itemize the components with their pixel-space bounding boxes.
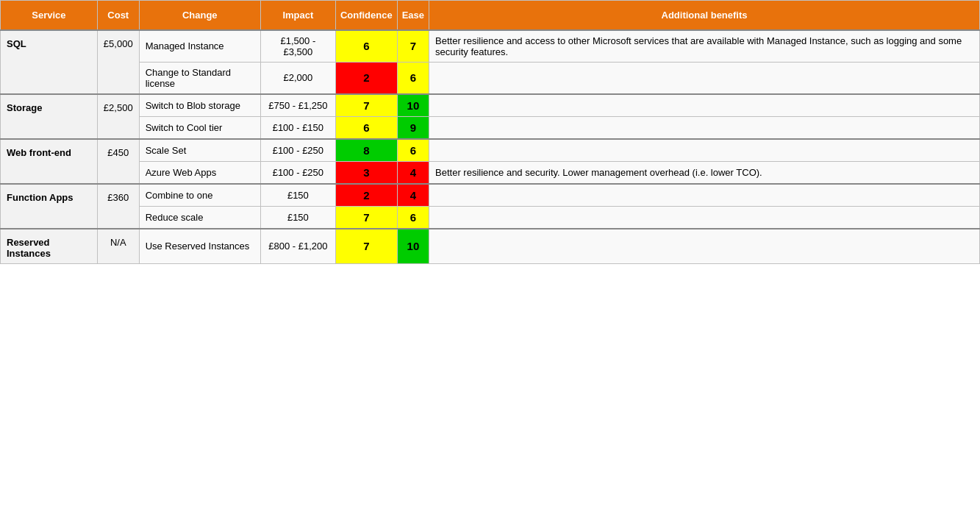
table-row: Web front-end£450Scale Set£100 - £25086 xyxy=(1,139,980,162)
table-row: Azure Web Apps£100 - £25034Better resili… xyxy=(1,161,980,184)
service-cell: Function Apps xyxy=(1,184,98,229)
ease-cell: 4 xyxy=(397,161,429,184)
table-row: Switch to Cool tier£100 - £15069 xyxy=(1,116,980,139)
additional-cell: Better resilience and security. Lower ma… xyxy=(429,161,980,184)
table-row: Function Apps£360Combine to one£15024 xyxy=(1,184,980,207)
change-cell: Use Reserved Instances xyxy=(139,229,260,264)
service-cell: SQL xyxy=(1,30,98,94)
ease-cell: 6 xyxy=(397,62,429,94)
table-row: Reserved InstancesN/AUse Reserved Instan… xyxy=(1,229,980,264)
change-cell: Switch to Blob storage xyxy=(139,94,260,117)
table-row: Reduce scale£15076 xyxy=(1,206,980,229)
additional-cell xyxy=(429,62,980,94)
confidence-cell: 8 xyxy=(335,139,397,162)
impact-cell: £1,500 - £3,500 xyxy=(260,30,335,63)
main-table: Service Cost Change Impact Confidence Ea… xyxy=(0,0,980,264)
additional-cell xyxy=(429,116,980,139)
header-ease: Ease xyxy=(397,1,429,30)
impact-cell: £100 - £150 xyxy=(260,116,335,139)
table-row: SQL£5,000Managed Instance£1,500 - £3,500… xyxy=(1,30,980,63)
change-cell: Scale Set xyxy=(139,139,260,162)
ease-cell: 6 xyxy=(397,206,429,229)
cost-cell: £5,000 xyxy=(97,30,139,94)
impact-cell: £100 - £250 xyxy=(260,139,335,162)
service-cell: Reserved Instances xyxy=(1,229,98,264)
change-cell: Switch to Cool tier xyxy=(139,116,260,139)
cost-cell: £360 xyxy=(97,184,139,229)
confidence-cell: 6 xyxy=(335,116,397,139)
ease-cell: 7 xyxy=(397,30,429,63)
cost-cell: N/A xyxy=(97,229,139,264)
change-cell: Reduce scale xyxy=(139,206,260,229)
confidence-cell: 2 xyxy=(335,184,397,207)
confidence-cell: 7 xyxy=(335,206,397,229)
cost-cell: £2,500 xyxy=(97,94,139,139)
additional-cell xyxy=(429,229,980,264)
table-row: Storage£2,500Switch to Blob storage£750 … xyxy=(1,94,980,117)
header-cost: Cost xyxy=(97,1,139,30)
change-cell: Azure Web Apps xyxy=(139,161,260,184)
additional-cell xyxy=(429,139,980,162)
confidence-cell: 2 xyxy=(335,62,397,94)
header-impact: Impact xyxy=(260,1,335,30)
impact-cell: £100 - £250 xyxy=(260,161,335,184)
impact-cell: £150 xyxy=(260,206,335,229)
confidence-cell: 3 xyxy=(335,161,397,184)
confidence-cell: 7 xyxy=(335,229,397,264)
table-header: Service Cost Change Impact Confidence Ea… xyxy=(1,1,980,30)
impact-cell: £750 - £1,250 xyxy=(260,94,335,117)
change-cell: Managed Instance xyxy=(139,30,260,63)
header-change: Change xyxy=(139,1,260,30)
impact-cell: £800 - £1,200 xyxy=(260,229,335,264)
additional-cell: Better resilience and access to other Mi… xyxy=(429,30,980,63)
additional-cell xyxy=(429,94,980,117)
change-cell: Change to Standard license xyxy=(139,62,260,94)
header-additional: Additional benefits xyxy=(429,1,980,30)
ease-cell: 9 xyxy=(397,116,429,139)
ease-cell: 10 xyxy=(397,94,429,117)
cost-cell: £450 xyxy=(97,139,139,184)
impact-cell: £150 xyxy=(260,184,335,207)
service-cell: Storage xyxy=(1,94,98,139)
header-service: Service xyxy=(1,1,98,30)
additional-cell xyxy=(429,184,980,207)
table-row: Change to Standard license£2,00026 xyxy=(1,62,980,94)
header-confidence: Confidence xyxy=(335,1,397,30)
change-cell: Combine to one xyxy=(139,184,260,207)
confidence-cell: 7 xyxy=(335,94,397,117)
ease-cell: 10 xyxy=(397,229,429,264)
ease-cell: 4 xyxy=(397,184,429,207)
ease-cell: 6 xyxy=(397,139,429,162)
additional-cell xyxy=(429,206,980,229)
service-cell: Web front-end xyxy=(1,139,98,184)
impact-cell: £2,000 xyxy=(260,62,335,94)
confidence-cell: 6 xyxy=(335,30,397,63)
